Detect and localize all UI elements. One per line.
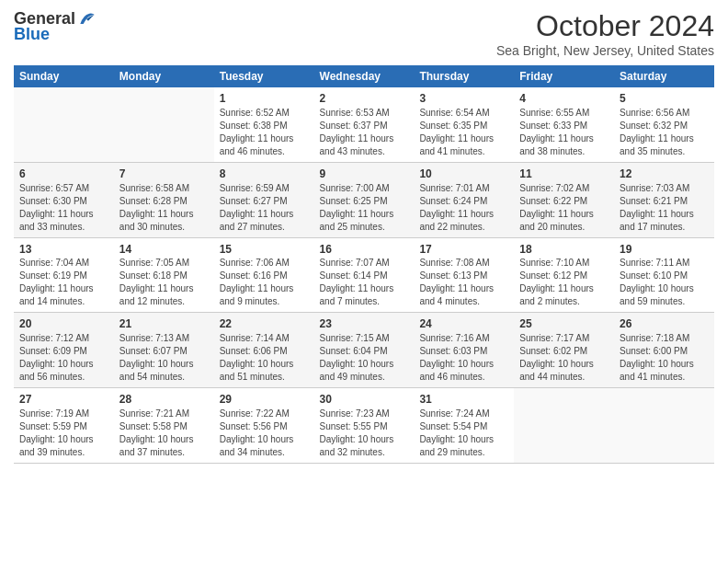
cell-info: Sunrise: 7:19 AMSunset: 5:59 PMDaylight:… — [19, 408, 108, 459]
day-number: 10 — [419, 167, 508, 182]
calendar-cell: 23Sunrise: 7:15 AMSunset: 6:04 PMDayligh… — [314, 313, 415, 388]
calendar-cell: 19Sunrise: 7:11 AMSunset: 6:10 PMDayligh… — [614, 237, 714, 313]
header: General Blue October 2024 Sea Bright, Ne… — [14, 9, 714, 58]
cell-info: Sunrise: 7:17 AMSunset: 6:02 PMDaylight:… — [519, 332, 609, 384]
cell-info: Sunrise: 7:05 AMSunset: 6:18 PMDaylight:… — [119, 257, 209, 308]
day-number: 4 — [519, 91, 609, 107]
day-number: 9 — [320, 167, 409, 182]
calendar-cell: 5Sunrise: 6:56 AMSunset: 6:32 PMDaylight… — [614, 87, 714, 162]
calendar-cell: 2Sunrise: 6:53 AMSunset: 6:37 PMDaylight… — [314, 87, 415, 162]
calendar-cell: 9Sunrise: 7:00 AMSunset: 6:25 PMDaylight… — [314, 162, 415, 237]
cell-info: Sunrise: 6:55 AMSunset: 6:33 PMDaylight:… — [519, 107, 609, 158]
day-number: 6 — [19, 167, 108, 182]
calendar-cell: 31Sunrise: 7:24 AMSunset: 5:54 PMDayligh… — [414, 388, 514, 464]
day-header-sunday: Sunday — [14, 65, 114, 87]
calendar-cell: 8Sunrise: 6:59 AMSunset: 6:27 PMDaylight… — [214, 162, 314, 237]
calendar-cell: 11Sunrise: 7:02 AMSunset: 6:22 PMDayligh… — [514, 162, 614, 237]
week-row-2: 6Sunrise: 6:57 AMSunset: 6:30 PMDaylight… — [14, 162, 714, 237]
logo-bird-icon — [77, 10, 96, 29]
day-number: 8 — [220, 167, 309, 182]
calendar-cell: 12Sunrise: 7:03 AMSunset: 6:21 PMDayligh… — [614, 162, 714, 237]
calendar-cell — [514, 388, 614, 464]
week-row-1: 1Sunrise: 6:52 AMSunset: 6:38 PMDaylight… — [14, 87, 714, 162]
calendar-cell: 22Sunrise: 7:14 AMSunset: 6:06 PMDayligh… — [214, 313, 314, 388]
cell-info: Sunrise: 7:24 AMSunset: 5:54 PMDaylight:… — [419, 408, 508, 459]
day-number: 28 — [119, 392, 209, 408]
cell-info: Sunrise: 7:01 AMSunset: 6:24 PMDaylight:… — [419, 182, 508, 234]
calendar-cell: 28Sunrise: 7:21 AMSunset: 5:58 PMDayligh… — [114, 388, 214, 464]
calendar-cell: 4Sunrise: 6:55 AMSunset: 6:33 PMDaylight… — [514, 87, 614, 162]
title-section: October 2024 Sea Bright, New Jersey, Uni… — [496, 9, 714, 58]
cell-info: Sunrise: 7:08 AMSunset: 6:13 PMDaylight:… — [419, 257, 508, 308]
week-row-3: 13Sunrise: 7:04 AMSunset: 6:19 PMDayligh… — [14, 237, 714, 313]
calendar-cell — [114, 87, 214, 162]
calendar-cell: 18Sunrise: 7:10 AMSunset: 6:12 PMDayligh… — [514, 237, 614, 313]
calendar-cell — [614, 388, 714, 464]
calendar-cell: 3Sunrise: 6:54 AMSunset: 6:35 PMDaylight… — [414, 87, 514, 162]
day-number: 22 — [220, 316, 309, 332]
day-number: 31 — [419, 392, 508, 408]
cell-info: Sunrise: 6:52 AMSunset: 6:38 PMDaylight:… — [220, 107, 309, 158]
day-header-monday: Monday — [114, 65, 214, 87]
day-header-friday: Friday — [514, 65, 614, 87]
cell-info: Sunrise: 6:54 AMSunset: 6:35 PMDaylight:… — [419, 107, 508, 158]
day-number: 13 — [19, 242, 108, 258]
cell-info: Sunrise: 6:58 AMSunset: 6:28 PMDaylight:… — [119, 182, 209, 234]
location: Sea Bright, New Jersey, United States — [496, 43, 714, 58]
week-row-4: 20Sunrise: 7:12 AMSunset: 6:09 PMDayligh… — [14, 313, 714, 388]
cell-info: Sunrise: 7:04 AMSunset: 6:19 PMDaylight:… — [19, 257, 108, 308]
cell-info: Sunrise: 7:06 AMSunset: 6:16 PMDaylight:… — [220, 257, 309, 308]
cell-info: Sunrise: 7:10 AMSunset: 6:12 PMDaylight:… — [519, 257, 609, 308]
calendar-cell: 13Sunrise: 7:04 AMSunset: 6:19 PMDayligh… — [14, 237, 114, 313]
calendar-cell: 10Sunrise: 7:01 AMSunset: 6:24 PMDayligh… — [414, 162, 514, 237]
calendar-cell: 29Sunrise: 7:22 AMSunset: 5:56 PMDayligh… — [214, 388, 314, 464]
cell-info: Sunrise: 7:14 AMSunset: 6:06 PMDaylight:… — [220, 332, 309, 384]
cell-info: Sunrise: 7:16 AMSunset: 6:03 PMDaylight:… — [419, 332, 508, 384]
calendar-cell: 17Sunrise: 7:08 AMSunset: 6:13 PMDayligh… — [414, 237, 514, 313]
day-header-thursday: Thursday — [414, 65, 514, 87]
calendar-cell: 15Sunrise: 7:06 AMSunset: 6:16 PMDayligh… — [214, 237, 314, 313]
week-row-5: 27Sunrise: 7:19 AMSunset: 5:59 PMDayligh… — [14, 388, 714, 464]
cell-info: Sunrise: 7:02 AMSunset: 6:22 PMDaylight:… — [519, 182, 609, 234]
day-number: 7 — [119, 167, 209, 182]
logo-blue: Blue — [14, 25, 50, 44]
day-number: 16 — [320, 242, 409, 258]
calendar-table: SundayMondayTuesdayWednesdayThursdayFrid… — [14, 65, 714, 464]
cell-info: Sunrise: 7:12 AMSunset: 6:09 PMDaylight:… — [19, 332, 108, 384]
day-number: 17 — [419, 242, 508, 258]
day-number: 30 — [320, 392, 409, 408]
cell-info: Sunrise: 7:13 AMSunset: 6:07 PMDaylight:… — [119, 332, 209, 384]
main-container: General Blue October 2024 Sea Bright, Ne… — [0, 0, 728, 468]
day-header-tuesday: Tuesday — [214, 65, 314, 87]
cell-info: Sunrise: 6:57 AMSunset: 6:30 PMDaylight:… — [19, 182, 108, 234]
day-number: 20 — [19, 316, 108, 332]
day-number: 27 — [19, 392, 108, 408]
cell-info: Sunrise: 6:56 AMSunset: 6:32 PMDaylight:… — [620, 107, 709, 158]
cell-info: Sunrise: 7:11 AMSunset: 6:10 PMDaylight:… — [620, 257, 709, 308]
cell-info: Sunrise: 7:15 AMSunset: 6:04 PMDaylight:… — [320, 332, 409, 384]
day-number: 21 — [119, 316, 209, 332]
day-number: 29 — [220, 392, 309, 408]
cell-info: Sunrise: 7:23 AMSunset: 5:55 PMDaylight:… — [320, 408, 409, 459]
calendar-cell: 25Sunrise: 7:17 AMSunset: 6:02 PMDayligh… — [514, 313, 614, 388]
calendar-cell: 21Sunrise: 7:13 AMSunset: 6:07 PMDayligh… — [114, 313, 214, 388]
day-number: 2 — [320, 91, 409, 107]
day-number: 18 — [519, 242, 609, 258]
cell-info: Sunrise: 6:53 AMSunset: 6:37 PMDaylight:… — [320, 107, 409, 158]
calendar-cell: 20Sunrise: 7:12 AMSunset: 6:09 PMDayligh… — [14, 313, 114, 388]
calendar-cell: 16Sunrise: 7:07 AMSunset: 6:14 PMDayligh… — [314, 237, 415, 313]
cell-info: Sunrise: 7:18 AMSunset: 6:00 PMDaylight:… — [620, 332, 709, 384]
cell-info: Sunrise: 6:59 AMSunset: 6:27 PMDaylight:… — [220, 182, 309, 234]
cell-info: Sunrise: 7:00 AMSunset: 6:25 PMDaylight:… — [320, 182, 409, 234]
cell-info: Sunrise: 7:03 AMSunset: 6:21 PMDaylight:… — [620, 182, 709, 234]
day-number: 19 — [620, 242, 709, 258]
cell-info: Sunrise: 7:21 AMSunset: 5:58 PMDaylight:… — [119, 408, 209, 459]
calendar-cell: 7Sunrise: 6:58 AMSunset: 6:28 PMDaylight… — [114, 162, 214, 237]
month-title: October 2024 — [496, 9, 714, 43]
day-number: 15 — [220, 242, 309, 258]
logo: General Blue — [14, 9, 96, 44]
calendar-cell: 24Sunrise: 7:16 AMSunset: 6:03 PMDayligh… — [414, 313, 514, 388]
calendar-cell: 1Sunrise: 6:52 AMSunset: 6:38 PMDaylight… — [214, 87, 314, 162]
day-header-saturday: Saturday — [614, 65, 714, 87]
calendar-cell: 30Sunrise: 7:23 AMSunset: 5:55 PMDayligh… — [314, 388, 415, 464]
